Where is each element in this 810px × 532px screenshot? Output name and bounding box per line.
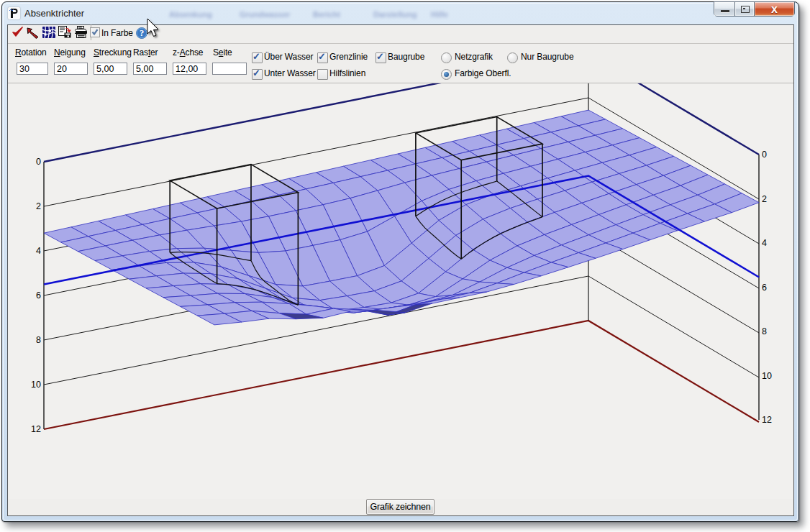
svg-text:6: 6	[36, 290, 41, 301]
svg-text:10: 10	[762, 371, 772, 381]
svg-text:0: 0	[36, 157, 41, 167]
svg-text:4: 4	[762, 238, 767, 248]
svg-text:4: 4	[36, 246, 41, 256]
svg-text:8: 8	[36, 335, 41, 345]
svg-text:12: 12	[762, 415, 772, 425]
svg-text:12: 12	[31, 424, 41, 434]
svg-text:2: 2	[36, 201, 41, 211]
svg-text:8: 8	[762, 326, 767, 336]
svg-text:2: 2	[762, 194, 767, 204]
svg-text:10: 10	[31, 380, 41, 390]
svg-text:6: 6	[762, 283, 767, 293]
svg-text:0: 0	[762, 150, 767, 160]
